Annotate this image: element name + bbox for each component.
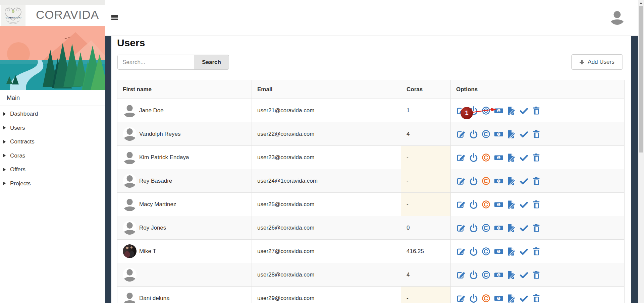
approve-check-icon[interactable] bbox=[519, 294, 529, 303]
svg-text:·CORAVIDA·: ·CORAVIDA· bbox=[5, 16, 22, 19]
contract-file-icon[interactable] bbox=[506, 200, 516, 209]
edit-user-icon[interactable] bbox=[456, 200, 466, 209]
deactivate-user-icon[interactable] bbox=[469, 270, 478, 280]
table-row: Rey Basadre user24@1coravida.com - bbox=[117, 169, 625, 193]
copyright-icon[interactable] bbox=[481, 223, 491, 233]
approve-check-icon[interactable] bbox=[519, 176, 529, 186]
approve-check-icon[interactable] bbox=[519, 153, 529, 162]
approve-check-icon[interactable] bbox=[519, 223, 529, 233]
user-avatar-icon[interactable] bbox=[609, 9, 625, 25]
delete-trash-icon[interactable] bbox=[532, 200, 541, 209]
nav-label: Users bbox=[10, 121, 25, 135]
contract-file-icon[interactable] bbox=[506, 223, 516, 233]
deactivate-user-icon[interactable] bbox=[469, 247, 478, 256]
sidebar-nav: Dashboard Users Contracts Coras Offers P… bbox=[0, 107, 105, 190]
delete-trash-icon[interactable] bbox=[532, 153, 541, 162]
table-row: Dani deluna user29@coravida.com - bbox=[117, 287, 625, 303]
sidebar-top-strip bbox=[0, 0, 105, 5]
coras-money-icon[interactable]: 1 bbox=[494, 270, 503, 280]
edit-user-icon[interactable] bbox=[456, 270, 466, 280]
approve-check-icon[interactable] bbox=[519, 106, 529, 115]
sidebar-item-users[interactable]: Users bbox=[0, 121, 105, 135]
deactivate-user-icon[interactable] bbox=[469, 200, 478, 209]
copyright-icon[interactable] bbox=[481, 247, 491, 256]
sidebar-item-contracts[interactable]: Contracts bbox=[0, 135, 105, 149]
table-row: Vandolph Reyes user22@coravida.com 4 bbox=[117, 122, 625, 146]
coras-money-icon[interactable]: 1 bbox=[494, 129, 503, 139]
nav-label: Projects bbox=[10, 177, 31, 191]
deactivate-user-icon[interactable] bbox=[469, 176, 478, 186]
user-email: user23@coravida.com bbox=[252, 146, 401, 169]
hamburger-menu-icon[interactable] bbox=[111, 15, 118, 20]
copyright-icon[interactable] bbox=[481, 294, 491, 303]
deactivate-user-icon[interactable] bbox=[469, 153, 478, 162]
scrollbar-thumb[interactable] bbox=[639, 6, 643, 153]
sidebar-item-coras[interactable]: Coras bbox=[0, 149, 105, 163]
brand-name[interactable]: CORAVIDA bbox=[36, 8, 99, 21]
svg-text:1: 1 bbox=[498, 203, 499, 206]
coras-money-icon[interactable]: 1 bbox=[494, 294, 503, 303]
add-users-button[interactable]: Add Users bbox=[571, 54, 623, 70]
search-input[interactable] bbox=[117, 55, 194, 70]
user-email: user25@coravida.com bbox=[252, 193, 401, 216]
copyright-icon[interactable] bbox=[481, 129, 491, 139]
delete-trash-icon[interactable] bbox=[532, 106, 541, 115]
coras-value: 1 bbox=[407, 107, 410, 114]
sidebar-item-projects[interactable]: Projects bbox=[0, 177, 105, 191]
contract-file-icon[interactable] bbox=[506, 129, 516, 139]
contract-file-icon[interactable] bbox=[506, 270, 516, 280]
sidebar-section-label: Main bbox=[7, 90, 20, 106]
search-button[interactable]: Search bbox=[194, 55, 229, 70]
approve-check-icon[interactable] bbox=[519, 247, 529, 256]
edit-user-icon[interactable] bbox=[456, 247, 466, 256]
approve-check-icon[interactable] bbox=[519, 270, 529, 280]
page-title: Users bbox=[117, 37, 145, 49]
coras-money-icon[interactable]: 1 bbox=[494, 176, 503, 186]
coras-value: 4 bbox=[407, 271, 410, 278]
contract-file-icon[interactable] bbox=[506, 176, 516, 186]
nav-label: Coras bbox=[10, 149, 25, 163]
nav-label: Contracts bbox=[10, 135, 35, 149]
user-name: Rey Basadre bbox=[139, 178, 172, 184]
approve-check-icon[interactable] bbox=[519, 200, 529, 209]
edit-user-icon[interactable] bbox=[456, 176, 466, 186]
copyright-icon[interactable] bbox=[481, 176, 491, 186]
user-email: user28@coravida.com bbox=[252, 263, 401, 287]
caret-right-icon bbox=[3, 168, 6, 171]
deactivate-user-icon[interactable] bbox=[469, 294, 478, 303]
edit-user-icon[interactable] bbox=[456, 223, 466, 233]
delete-trash-icon[interactable] bbox=[532, 294, 541, 303]
table-row: Jane Doe user21@coravida.com 1 bbox=[117, 99, 625, 122]
brand-logo[interactable]: ·CORAVIDA· bbox=[1, 5, 25, 26]
coras-cell: 4 bbox=[401, 122, 451, 146]
caret-right-icon bbox=[3, 140, 6, 143]
coras-money-icon[interactable]: 1 bbox=[494, 153, 503, 162]
sidebar-item-offers[interactable]: Offers bbox=[0, 163, 105, 177]
deactivate-user-icon[interactable] bbox=[469, 129, 478, 139]
copyright-icon[interactable] bbox=[481, 153, 491, 162]
avatar bbox=[123, 197, 137, 211]
delete-trash-icon[interactable] bbox=[532, 129, 541, 139]
contract-file-icon[interactable] bbox=[506, 106, 516, 115]
copyright-icon[interactable] bbox=[481, 200, 491, 209]
delete-trash-icon[interactable] bbox=[532, 247, 541, 256]
coras-money-icon[interactable]: 1 bbox=[494, 247, 503, 256]
delete-trash-icon[interactable] bbox=[532, 270, 541, 280]
contract-file-icon[interactable] bbox=[506, 247, 516, 256]
edit-user-icon[interactable] bbox=[456, 129, 466, 139]
approve-check-icon[interactable] bbox=[519, 129, 529, 139]
copyright-icon[interactable] bbox=[481, 270, 491, 280]
edit-user-icon[interactable] bbox=[456, 294, 466, 303]
scrollbar-up-arrow-icon[interactable] bbox=[640, 2, 642, 4]
contract-file-icon[interactable] bbox=[506, 294, 516, 303]
sidebar-item-dashboard[interactable]: Dashboard bbox=[0, 107, 105, 121]
coras-money-icon[interactable]: 1 bbox=[494, 223, 503, 233]
edit-user-icon[interactable] bbox=[456, 153, 466, 162]
add-users-label: Add Users bbox=[588, 59, 614, 65]
caret-right-icon bbox=[3, 182, 6, 185]
delete-trash-icon[interactable] bbox=[532, 223, 541, 233]
coras-money-icon[interactable]: 1 bbox=[494, 200, 503, 209]
deactivate-user-icon[interactable] bbox=[469, 223, 478, 233]
contract-file-icon[interactable] bbox=[506, 153, 516, 162]
delete-trash-icon[interactable] bbox=[532, 176, 541, 186]
